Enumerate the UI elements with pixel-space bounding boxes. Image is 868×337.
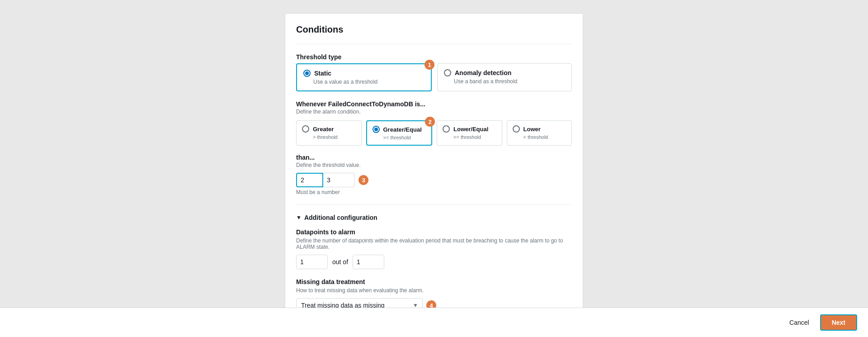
anomaly-radio[interactable] [444, 69, 451, 76]
greater-equal-radio[interactable] [373, 126, 380, 133]
greater-radio[interactable] [302, 125, 309, 133]
lower-equal-label: Lower/Equal [453, 126, 488, 133]
missing-data-title: Missing data treatment [296, 278, 572, 285]
static-option-title: Static [303, 70, 425, 77]
section-divider-1 [296, 44, 572, 44]
datapoints-input-1[interactable] [296, 255, 328, 269]
condition-row: Greater > threshold Greater/Equal >= thr… [296, 120, 572, 146]
lower-equal-sub: <= threshold [453, 134, 496, 140]
static-label: Static [314, 70, 331, 77]
datapoints-input-2[interactable] [353, 255, 384, 269]
cancel-button[interactable]: Cancel [784, 316, 815, 329]
out-of-label: out of [332, 258, 348, 266]
main-card: Conditions Threshold type Static Use a v… [285, 13, 583, 324]
threshold-type-row: Static Use a value as a threshold 1 Anom… [296, 63, 572, 91]
collapse-arrow-icon[interactable]: ▼ [296, 214, 302, 221]
lower-radio[interactable] [513, 125, 520, 133]
threshold-type-label: Threshold type [296, 53, 572, 61]
datapoints-row: out of [296, 255, 572, 269]
must-be-number: Must be a number [296, 189, 572, 195]
anomaly-subtitle: Use a band as a threshold [454, 78, 565, 85]
threshold-value-box: 3 [323, 173, 355, 187]
greater-label: Greater [313, 126, 334, 133]
greater-sub: > threshold [313, 134, 356, 140]
greater-equal-sub: >= threshold [383, 135, 426, 140]
threshold-option-static[interactable]: Static Use a value as a threshold 1 [296, 63, 432, 91]
threshold-option-anomaly[interactable]: Anomaly detection Use a band as a thresh… [437, 63, 572, 91]
condition-lower[interactable]: Lower < threshold [507, 120, 572, 146]
condition-greater[interactable]: Greater > threshold [296, 120, 362, 146]
static-subtitle: Use a value as a threshold [313, 79, 425, 85]
bottom-bar: Cancel Next [0, 308, 868, 337]
anomaly-label: Anomaly detection [455, 69, 511, 76]
datapoints-title: Datapoints to alarm [296, 228, 572, 236]
than-subtitle: Define the threshold value. [296, 162, 572, 168]
static-radio[interactable] [303, 70, 311, 77]
greater-equal-title: Greater/Equal [373, 126, 426, 133]
lower-title: Lower [513, 125, 566, 133]
threshold-input-row: 3 3 [296, 173, 572, 187]
whenever-title: Whenever FailedConnectToDynamoDB is... [296, 100, 572, 108]
condition-greater-equal[interactable]: Greater/Equal >= threshold 2 [366, 120, 433, 146]
additional-config-label: Additional configuration [304, 214, 377, 221]
next-button[interactable]: Next [820, 314, 857, 331]
step-badge-3: 3 [359, 175, 368, 185]
step-badge-2: 2 [425, 117, 435, 127]
lower-equal-title: Lower/Equal [443, 125, 496, 133]
additional-config-title: ▼ Additional configuration [296, 214, 572, 221]
than-title: than... [296, 154, 572, 161]
missing-data-subtitle: How to treat missing data when evaluatin… [296, 287, 572, 294]
step-badge-1: 1 [425, 60, 434, 70]
greater-equal-label: Greater/Equal [383, 126, 422, 133]
condition-lower-equal[interactable]: Lower/Equal <= threshold [437, 120, 502, 146]
lower-label: Lower [524, 126, 541, 133]
card-title: Conditions [296, 24, 572, 35]
datapoints-subtitle: Define the number of datapoints within t… [296, 237, 572, 250]
lower-sub: < threshold [524, 134, 566, 140]
threshold-input-field[interactable] [296, 173, 323, 187]
page-wrapper: Conditions Threshold type Static Use a v… [0, 0, 868, 337]
section-divider-2 [296, 204, 572, 205]
greater-title: Greater [302, 125, 356, 133]
lower-equal-radio[interactable] [443, 125, 450, 133]
anomaly-option-title: Anomaly detection [444, 69, 565, 76]
whenever-subtitle: Define the alarm condition. [296, 109, 572, 115]
